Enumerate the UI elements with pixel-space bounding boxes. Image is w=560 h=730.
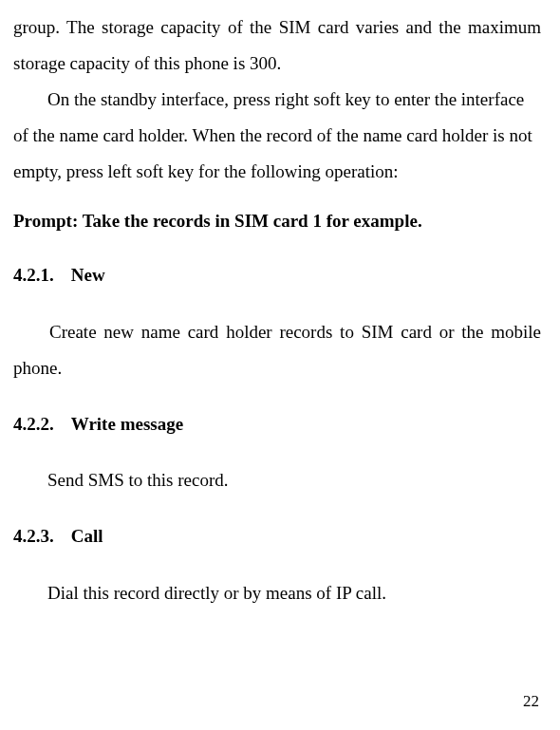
heading-4-2-3: 4.2.3.Call bbox=[13, 523, 541, 551]
heading-title: New bbox=[71, 265, 105, 285]
heading-title: Call bbox=[71, 526, 103, 546]
heading-4-2-1: 4.2.1.New bbox=[13, 262, 541, 290]
heading-number: 4.2.3. bbox=[13, 523, 54, 551]
page-number: 22 bbox=[523, 692, 539, 711]
heading-number: 4.2.1. bbox=[13, 262, 54, 290]
paragraph-intro-continued: group. The storage capacity of the SIM c… bbox=[13, 9, 541, 82]
paragraph-4-2-1: Create new name card holder records to S… bbox=[13, 314, 541, 386]
prompt-line: Prompt: Take the records in SIM card 1 f… bbox=[13, 205, 541, 237]
paragraph-4-2-3: Dial this record directly or by means of… bbox=[13, 575, 541, 611]
heading-number: 4.2.2. bbox=[13, 411, 54, 439]
paragraph-standby-instructions: On the standby interface, press right so… bbox=[13, 82, 541, 190]
heading-4-2-2: 4.2.2.Write message bbox=[13, 411, 541, 439]
paragraph-4-2-2: Send SMS to this record. bbox=[13, 462, 541, 498]
heading-title: Write message bbox=[71, 414, 183, 434]
